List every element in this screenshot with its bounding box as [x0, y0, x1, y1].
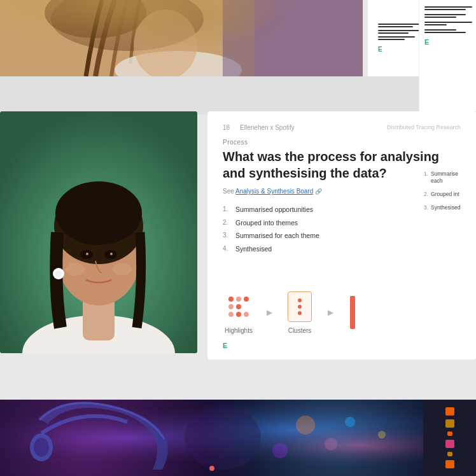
list-text-2: Grouped into themes	[235, 218, 298, 228]
r-line	[424, 29, 456, 31]
svg-point-31	[345, 417, 355, 427]
cluster-row-1	[298, 298, 302, 302]
list-item-2: 2. Grouped into themes	[223, 218, 461, 228]
list-text-1: Summarised opportunities	[235, 205, 313, 214]
right-lines	[424, 6, 471, 33]
top-section: E	[0, 0, 476, 76]
svg-point-29	[296, 416, 315, 435]
list-item-4: 4. Synthesised	[223, 244, 461, 254]
svg-point-30	[325, 438, 337, 451]
middle-section: 18 Ellenehen x Spotify Distributed Traci…	[0, 111, 476, 360]
highlights-label: Highlights	[225, 327, 253, 334]
line	[378, 24, 421, 25]
dot-2	[236, 297, 241, 302]
list-text-4: Synthesised	[235, 244, 272, 254]
right-list-item-2: 2. Grouped int	[424, 191, 471, 198]
svg-rect-23	[0, 400, 423, 476]
dot-9	[244, 312, 249, 317]
tools-row: Highlights ▶	[223, 290, 476, 334]
r-line	[424, 32, 466, 33]
right-panel-top: E	[419, 0, 476, 111]
doc-header: 18 Ellenehen x Spotify Distributed Traci…	[223, 124, 461, 131]
svg-rect-25	[0, 400, 423, 476]
highlights-dots-grid	[226, 294, 251, 319]
highlights-icon-box	[223, 290, 255, 323]
brand-label: Ellenehen x Spotify	[240, 124, 295, 131]
dist-label: Distributed Tracing Research	[387, 124, 461, 130]
play-button-2[interactable]: ▶	[323, 305, 337, 319]
highlights-tool: Highlights	[223, 290, 255, 334]
play-button-1[interactable]: ▶	[262, 305, 276, 319]
svg-rect-0	[0, 0, 363, 76]
c-dot-2	[298, 305, 302, 309]
top-photo-dreadlocks	[0, 0, 363, 76]
list-text-3: Summarised for each theme	[235, 231, 319, 241]
r-line	[424, 14, 466, 15]
list-num-4: 4.	[223, 244, 232, 254]
right-list-item-1: 1. Summarise each	[424, 171, 471, 185]
r-line	[424, 9, 466, 10]
svg-point-33	[378, 431, 386, 438]
list-num-2: 2.	[223, 218, 232, 228]
svg-point-28	[185, 406, 261, 470]
top-photo-svg	[0, 0, 363, 76]
bottom-section	[0, 400, 476, 476]
cluster-row-3	[298, 311, 302, 315]
rline-group-2	[424, 14, 471, 18]
rline-group-3	[424, 22, 471, 25]
svg-point-13	[55, 181, 142, 245]
svg-point-4	[134, 10, 197, 76]
svg-rect-22	[0, 400, 423, 476]
svg-rect-6	[255, 0, 363, 76]
r-line	[424, 24, 447, 25]
light-2	[445, 419, 454, 428]
dot-6	[244, 304, 249, 309]
rline-group-4	[424, 29, 471, 33]
r-line	[424, 17, 456, 18]
list-num-3: 3.	[223, 231, 232, 241]
svg-point-16	[86, 253, 88, 255]
clusters-tool: Clusters	[284, 290, 316, 334]
right-list-text-1: Summarise each	[431, 171, 471, 185]
clusters-label: Clusters	[288, 327, 312, 334]
r-line	[424, 6, 472, 8]
svg-rect-24	[0, 400, 423, 476]
right-list-item-3: 3. Synthesised	[424, 204, 471, 211]
dot-4	[228, 304, 234, 309]
gaming-svg	[0, 400, 423, 476]
svg-point-32	[272, 443, 288, 458]
light-6	[445, 460, 454, 468]
light-3	[447, 431, 452, 436]
accent-bar	[350, 296, 355, 329]
slide-dot-indicator	[209, 466, 214, 471]
right-panel-list: 1. Summarise each 2. Grouped int 3. Synt…	[419, 165, 476, 216]
svg-point-17	[110, 253, 113, 255]
right-list-text-3: Synthesised	[431, 204, 460, 211]
left-photo-woman	[0, 111, 197, 353]
svg-point-19	[55, 270, 62, 277]
line	[378, 36, 415, 38]
photo-inner	[0, 111, 197, 353]
svg-point-27	[34, 438, 49, 457]
line	[378, 30, 419, 31]
svg-point-20	[66, 263, 85, 276]
svg-point-1	[51, 0, 204, 51]
c-dot-1	[298, 298, 302, 302]
list-item-3: 3. Summarised for each theme	[223, 231, 461, 241]
link-icon: 🔗	[315, 188, 322, 195]
dot-7	[228, 312, 234, 317]
right-list-num-1: 1.	[424, 171, 428, 185]
c-dot-3	[298, 311, 302, 315]
dot-1	[228, 297, 234, 302]
bottom-lights-panel	[423, 400, 476, 476]
clusters-icon-box	[284, 290, 316, 323]
light-5	[447, 452, 452, 456]
section-label: Process	[223, 139, 461, 146]
doc-card: 18 Ellenehen x Spotify Distributed Traci…	[207, 111, 476, 360]
synthesis-board-link[interactable]: Analysis & Synthesis Board	[235, 188, 313, 195]
svg-point-26	[30, 433, 53, 461]
svg-point-2	[45, 0, 146, 38]
right-list-text-2: Grouped int	[431, 191, 459, 198]
dot-5	[236, 304, 241, 309]
light-4	[445, 440, 454, 448]
